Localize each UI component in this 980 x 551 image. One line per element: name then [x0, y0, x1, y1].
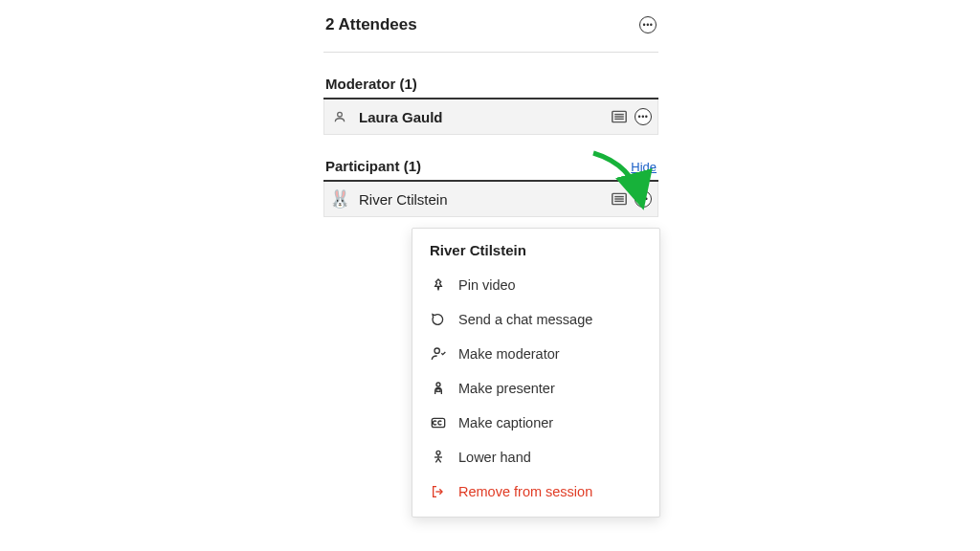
- moderator-section: Moderator (1) Laura Gauld: [323, 76, 658, 135]
- menu-item-label: Pin video: [458, 277, 516, 293]
- menu-make-captioner[interactable]: Make captioner: [412, 406, 659, 440]
- attendee-context-menu: River Ctilstein Pin video Send a chat me…: [412, 228, 660, 518]
- menu-title: River Ctilstein: [412, 242, 659, 268]
- attendees-panel: 2 Attendees Moderator (1) Laura Gauld: [323, 11, 658, 217]
- menu-item-label: Make presenter: [458, 381, 555, 396]
- person-icon: [330, 107, 349, 126]
- menu-item-label: Send a chat message: [458, 312, 592, 327]
- pin-icon: [430, 276, 447, 294]
- more-icon: [643, 20, 654, 30]
- participant-section-title: Participant (1): [325, 158, 421, 174]
- attendee-row[interactable]: 🐰 River Ctilstein: [323, 182, 658, 217]
- svg-point-9: [434, 348, 439, 353]
- attendee-row[interactable]: Laura Gauld: [323, 99, 658, 135]
- svg-point-13: [436, 451, 440, 454]
- presenter-icon: [430, 380, 447, 397]
- attendee-name: Laura Gauld: [359, 109, 612, 125]
- menu-item-label: Remove from session: [458, 484, 592, 499]
- menu-item-label: Make captioner: [458, 415, 553, 430]
- exit-icon: [430, 483, 447, 500]
- attendee-name: River Ctilstein: [359, 191, 612, 208]
- hide-link[interactable]: Hide: [631, 160, 657, 174]
- moderator-section-header: Moderator (1): [323, 76, 658, 99]
- menu-item-label: Lower hand: [458, 450, 531, 465]
- avatar-icon: 🐰: [330, 189, 349, 209]
- menu-pin-video[interactable]: Pin video: [412, 268, 659, 302]
- svg-rect-11: [436, 389, 440, 392]
- moderator-icon: [430, 345, 447, 363]
- menu-send-chat[interactable]: Send a chat message: [412, 302, 659, 337]
- lower-hand-icon: [430, 449, 447, 466]
- more-icon: [638, 112, 649, 121]
- list-icon[interactable]: [612, 192, 627, 206]
- menu-make-moderator[interactable]: Make moderator: [412, 337, 659, 371]
- menu-item-label: Make moderator: [458, 346, 560, 362]
- svg-point-0: [338, 112, 343, 117]
- attendee-more-button[interactable]: [635, 108, 652, 125]
- panel-title: 2 Attendees: [325, 15, 417, 34]
- list-icon[interactable]: [612, 110, 627, 123]
- participant-section: Participant (1) Hide 🐰 River Ctilstein: [323, 158, 658, 217]
- participant-section-header: Participant (1) Hide: [323, 158, 658, 182]
- panel-header: 2 Attendees: [323, 11, 658, 53]
- svg-point-10: [436, 383, 440, 386]
- moderator-section-title: Moderator (1): [325, 76, 417, 92]
- chat-icon: [430, 311, 447, 328]
- menu-remove-session[interactable]: Remove from session: [412, 474, 659, 509]
- menu-make-presenter[interactable]: Make presenter: [412, 371, 659, 406]
- more-icon: [638, 194, 649, 204]
- attendee-more-button[interactable]: [635, 190, 652, 208]
- panel-more-button[interactable]: [639, 16, 657, 33]
- menu-lower-hand[interactable]: Lower hand: [412, 440, 659, 474]
- captioner-icon: [430, 414, 447, 431]
